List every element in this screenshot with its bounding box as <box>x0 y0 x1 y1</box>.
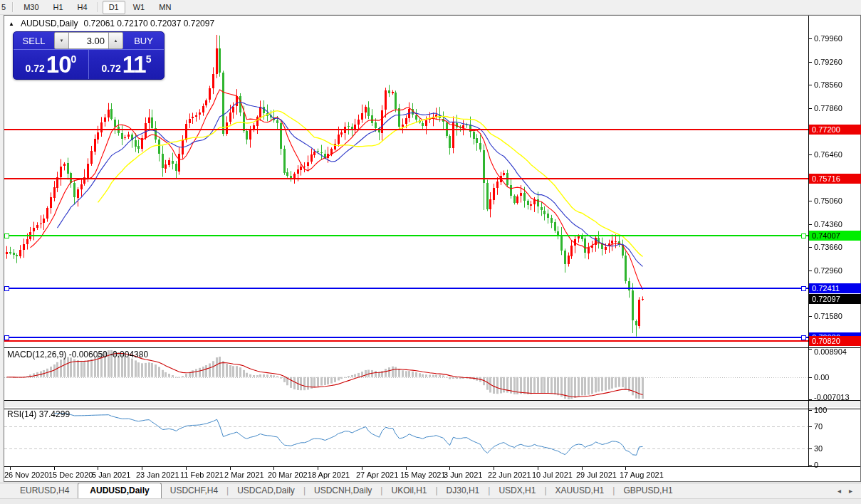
chart-title: ▲ AUDUSD,Daily 0.72061 0.72170 0.72037 0… <box>9 19 214 28</box>
tab-usdcad-daily[interactable]: USDCAD,Daily <box>229 483 303 498</box>
price-line-label: 0.72411 <box>809 283 861 293</box>
price-line-label: 0.72097 <box>809 294 861 304</box>
date-label: 22 Jun 2021 <box>488 471 531 479</box>
buy-price-sup: 5 <box>146 53 152 65</box>
timeframe-toolbar: 5 M30 H1 H4 D1 W1 MN <box>0 0 861 15</box>
chart-symbol-label: AUDUSD,Daily <box>21 19 78 28</box>
date-label: 26 Nov 2020 <box>4 471 48 479</box>
date-label: 2 Mar 2021 <box>224 471 264 479</box>
tab-usdchf-h4[interactable]: USDCHF,H4 <box>162 483 226 498</box>
time-axis[interactable]: 26 Nov 202015 Dec 20205 Jan 202123 Jan 2… <box>4 468 808 481</box>
tab-gbpusd-h1[interactable]: GBPUSD,H1 <box>615 483 681 498</box>
price-chart-canvas[interactable] <box>4 15 861 482</box>
chart-ohlc-values: 0.72061 0.72170 0.72037 0.72097 <box>84 19 215 28</box>
hline-handle[interactable] <box>801 233 806 238</box>
date-label: 3 Jun 2021 <box>444 471 482 479</box>
date-label: 5 Jan 2021 <box>92 471 130 479</box>
price-line-label: 0.74007 <box>809 231 861 241</box>
status-strip <box>0 498 861 504</box>
date-label: 15 May 2021 <box>400 471 446 479</box>
timeframe-button-mn[interactable]: MN <box>152 1 177 14</box>
date-label: 11 Feb 2021 <box>180 471 224 479</box>
chart-tab-bar: EURUSD,H4AUDUSD,DailyUSDCHF,H4|USDCAD,Da… <box>0 483 861 498</box>
price-line-label: 0.77200 <box>809 125 861 135</box>
timeframe-button-m30[interactable]: M30 <box>17 1 45 14</box>
timeframe-button-w1[interactable]: W1 <box>127 1 152 14</box>
one-click-trade-panel: SELL ▼ ▲ BUY 0.72100 0.72115 <box>13 31 165 80</box>
date-label: 17 Aug 2021 <box>620 471 664 479</box>
collapse-arrow-icon[interactable]: ▲ <box>9 21 14 27</box>
date-label: 10 Jul 2021 <box>532 471 573 479</box>
price-line-label: 0.75716 <box>809 174 861 184</box>
buy-price-prefix: 0.72 <box>102 63 121 74</box>
date-label: 8 Apr 2021 <box>312 471 350 479</box>
buy-price-big: 11 <box>122 52 146 78</box>
trading-app-window: { "toolbar": { "partial_label": "5", "ti… <box>0 0 861 504</box>
hline-handle[interactable] <box>801 286 806 291</box>
toolbar-separator <box>98 2 99 12</box>
date-label: 23 Jan 2021 <box>136 471 179 479</box>
sell-price-button[interactable]: 0.72100 <box>14 50 88 79</box>
tab-audusd-daily[interactable]: AUDUSD,Daily <box>78 483 161 499</box>
sell-button[interactable]: SELL <box>14 32 54 49</box>
timeframe-button-h1[interactable]: H1 <box>47 1 70 14</box>
sell-price-sup: 0 <box>71 53 77 65</box>
price-line-label: 0.70820 <box>809 336 861 346</box>
hline-handle[interactable] <box>4 286 9 291</box>
date-label: 27 Apr 2021 <box>356 471 398 479</box>
date-label: 29 Jul 2021 <box>576 471 617 479</box>
volume-decrease-button[interactable]: ▼ <box>54 32 69 49</box>
volume-input[interactable] <box>69 32 108 49</box>
tab-xauusd-h1[interactable]: XAUUSD,H1 <box>547 483 613 498</box>
timeframe-button-m5-partial[interactable]: 5 <box>0 1 9 14</box>
tab-scroll-left-icon[interactable]: ◂ <box>837 487 841 495</box>
tab-usdx-h1[interactable]: USDX,H1 <box>490 483 544 498</box>
rsi-indicator-label: RSI(14) 37.4299 <box>7 409 70 419</box>
price-axis[interactable] <box>809 15 861 468</box>
buy-price-button[interactable]: 0.72115 <box>88 50 164 79</box>
toolbar-separator <box>12 2 14 12</box>
tab-ukoil-h1[interactable]: UKOil,H1 <box>382 483 435 498</box>
volume-increase-button[interactable]: ▲ <box>108 32 123 49</box>
hline-handle[interactable] <box>801 335 806 340</box>
tab-scroll-right-icon[interactable]: ▸ <box>849 487 852 495</box>
tab-eurusd-h4[interactable]: EURUSD,H4 <box>11 483 78 498</box>
macd-indicator-label: MACD(12,26,9) -0.006050 -0.004380 <box>7 350 148 359</box>
tab-scroll-arrows: ◂ ▸ <box>829 487 861 498</box>
hline-handle[interactable] <box>4 233 9 238</box>
buy-button[interactable]: BUY <box>123 32 164 49</box>
date-label: 20 Mar 2021 <box>268 471 312 479</box>
timeframe-button-d1[interactable]: D1 <box>103 1 125 14</box>
sell-price-prefix: 0.72 <box>26 63 45 74</box>
tab-dj30-h1[interactable]: DJ30,H1 <box>438 483 489 498</box>
sell-price-big: 10 <box>46 52 71 78</box>
tab-usdcnh-daily[interactable]: USDCNH,Daily <box>306 483 380 498</box>
date-label: 15 Dec 2020 <box>48 471 93 479</box>
hline-handle[interactable] <box>4 335 9 340</box>
timeframe-button-h4[interactable]: H4 <box>71 1 94 14</box>
